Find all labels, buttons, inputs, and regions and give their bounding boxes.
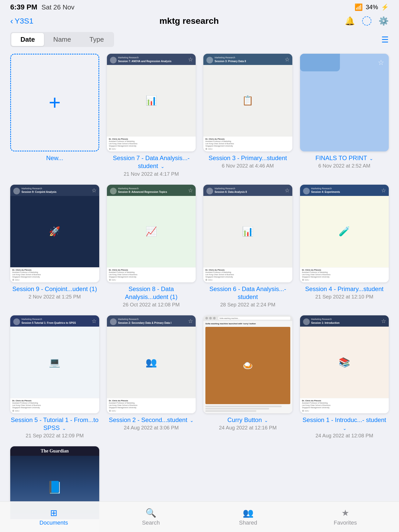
star-icon: ☆ xyxy=(92,187,97,194)
status-time: 6:39 PM Sat 26 Nov xyxy=(10,3,74,11)
file-name: Session 2 - Second...student ⌄ xyxy=(109,416,194,424)
back-label: Y3S1 xyxy=(15,17,33,25)
list-item[interactable]: Sofia washing machine... Sofia washing m… xyxy=(203,315,292,439)
file-date: 21 Sep 2022 at 12:10 PM xyxy=(315,294,373,300)
chevron-left-icon: ‹ xyxy=(10,16,13,26)
star-icon: ☆ xyxy=(381,318,386,325)
charging-icon: ⚡ xyxy=(381,4,389,11)
file-thumbnail: ☆ Marketing Research Session 9: Conjoint… xyxy=(10,185,99,282)
favorites-icon: ★ xyxy=(341,508,349,518)
file-thumbnail: ☆ Marketing Research Session 6: Data Ana… xyxy=(203,185,292,282)
file-grid: + New... ☆ Marketing Research Session 7:… xyxy=(0,51,399,532)
bell-icon[interactable]: 🔔 xyxy=(345,16,355,26)
list-item[interactable]: ☆ Marketing Research Session 8: Advanced… xyxy=(107,185,196,308)
plus-icon: + xyxy=(49,92,61,113)
file-name: Session 1 - Introduc...- student ⌄ xyxy=(300,416,389,432)
file-thumbnail: ☆ Marketing Research Session 2: Secondar… xyxy=(107,315,196,413)
list-item[interactable]: ☆ Marketing Research Session 9: Conjoint… xyxy=(10,185,99,308)
star-icon: ☆ xyxy=(378,58,384,67)
list-item[interactable]: ☆ Marketing Research Session 2: Secondar… xyxy=(107,315,196,439)
list-item[interactable]: ☆ Marketing Research Session 3: Primary … xyxy=(203,54,292,177)
sort-tab-name[interactable]: Name xyxy=(44,33,80,46)
tab-search[interactable]: 🔍 Search xyxy=(102,508,199,526)
status-bar: 6:39 PM Sat 26 Nov 📶 34% ⚡ xyxy=(0,0,399,13)
tab-shared[interactable]: 👥 Shared xyxy=(199,508,297,526)
new-file-label: New... xyxy=(46,154,63,162)
file-date: 2 Nov 2022 at 1:25 PM xyxy=(28,294,81,300)
file-name: Session 5 - Tutorial 1 - From...to SPSS … xyxy=(10,416,99,432)
back-button[interactable]: ‹ Y3S1 xyxy=(10,16,34,26)
file-thumbnail: ☆ Marketing Research Session 1: Introduc… xyxy=(300,315,389,413)
list-item[interactable]: ☆ Marketing Research Session 7: ANOVA an… xyxy=(107,54,196,177)
sort-bar: Date Name Type ☰ xyxy=(0,30,399,51)
sort-tabs: Date Name Type xyxy=(10,32,114,47)
star-icon: ☆ xyxy=(188,318,193,325)
star-icon: ☆ xyxy=(285,187,290,194)
list-item[interactable]: ☆ FINALS TO PRINT ⌄ 6 Nov 2022 at 2:52 A… xyxy=(300,54,389,177)
file-name: FINALS TO PRINT ⌄ xyxy=(315,154,373,162)
tab-shared-label: Shared xyxy=(239,519,257,526)
nav-bar: ‹ Y3S1 mktg research 🔔 ⚙️ xyxy=(0,13,399,30)
file-name: Session 4 - Primary...student xyxy=(305,285,383,293)
star-icon: ☆ xyxy=(381,187,386,194)
file-thumbnail: ☆ Marketing Research Session 7: ANOVA an… xyxy=(107,54,196,151)
file-thumbnail: ☆ Marketing Research Session 8: Advanced… xyxy=(107,185,196,282)
list-item[interactable]: ☆ Marketing Research Session 5 Tutorial … xyxy=(10,315,99,439)
folder-thumbnail: ☆ xyxy=(300,54,389,151)
file-name: Session 6 - Data Analysis...- student xyxy=(203,285,292,301)
list-view-icon[interactable]: ☰ xyxy=(381,35,389,45)
status-icons: 📶 34% ⚡ xyxy=(354,3,389,11)
star-icon: ☆ xyxy=(188,187,193,194)
tab-favorites-label: Favorites xyxy=(334,519,357,526)
list-item[interactable]: ☆ Marketing Research Session 1: Introduc… xyxy=(300,315,389,439)
file-date: 24 Aug 2022 at 12:16 PM xyxy=(219,425,277,431)
file-thumbnail: ☆ Marketing Research Session 3: Primary … xyxy=(203,54,292,151)
tab-search-label: Search xyxy=(142,519,160,526)
new-file-thumb: + xyxy=(10,54,99,151)
file-date: 26 Oct 2022 at 12:08 PM xyxy=(123,302,180,308)
star-icon: ☆ xyxy=(285,56,290,63)
file-date: 24 Aug 2022 at 3:06 PM xyxy=(124,425,179,431)
file-date: 28 Sep 2022 at 2:24 PM xyxy=(220,302,275,308)
star-icon: ☆ xyxy=(188,56,193,63)
file-name: Session 9 - Conjoint...udent (1) xyxy=(12,285,97,293)
file-date: 24 Aug 2022 at 12:08 PM xyxy=(315,433,373,439)
new-file-button[interactable]: + New... xyxy=(10,54,99,177)
file-date: 6 Nov 2022 at 4:46 AM xyxy=(222,163,274,169)
sort-tab-date[interactable]: Date xyxy=(11,33,44,46)
file-thumbnail: ☆ Marketing Research Session 5 Tutorial … xyxy=(10,315,99,413)
nav-actions: 🔔 ⚙️ xyxy=(345,16,389,26)
file-thumbnail: Sofia washing machine... Sofia washing m… xyxy=(203,315,292,413)
list-item[interactable]: ☆ Marketing Research Session 6: Data Ana… xyxy=(203,185,292,308)
wifi-icon: 📶 xyxy=(354,3,363,11)
settings-icon[interactable]: ⚙️ xyxy=(379,16,389,26)
tab-favorites[interactable]: ★ Favorites xyxy=(297,508,394,526)
shared-icon: 👥 xyxy=(243,508,253,518)
battery-icon: 34% xyxy=(366,4,378,11)
page-title: mktg research xyxy=(159,16,219,26)
list-item[interactable]: ☆ Marketing Research Session 4: Experime… xyxy=(300,185,389,308)
sort-tab-type[interactable]: Type xyxy=(80,33,113,46)
file-name: Session 3 - Primary...student xyxy=(209,154,287,162)
search-icon: 🔍 xyxy=(146,508,156,518)
tab-bar: ⊞ Documents 🔍 Search 👥 Shared ★ Favorite… xyxy=(0,501,399,532)
tab-documents-label: Documents xyxy=(39,519,68,526)
file-name: Session 7 - Data Analysis...- student ⌄ xyxy=(107,154,196,170)
file-name: Curry Button ⌄ xyxy=(227,416,268,424)
star-icon: ☆ xyxy=(92,318,97,325)
circle-dashed-icon[interactable] xyxy=(362,16,371,26)
documents-icon: ⊞ xyxy=(50,508,57,518)
file-date: 21 Sep 2022 at 12:09 PM xyxy=(26,433,84,439)
file-date: 21 Nov 2022 at 4:17 PM xyxy=(124,171,179,177)
tab-documents[interactable]: ⊞ Documents xyxy=(5,508,102,526)
file-name: Session 8 - Data Analysis...udent (1) xyxy=(107,285,196,301)
file-thumbnail: ☆ Marketing Research Session 4: Experime… xyxy=(300,185,389,282)
file-date: 6 Nov 2022 at 2:52 AM xyxy=(318,163,370,169)
